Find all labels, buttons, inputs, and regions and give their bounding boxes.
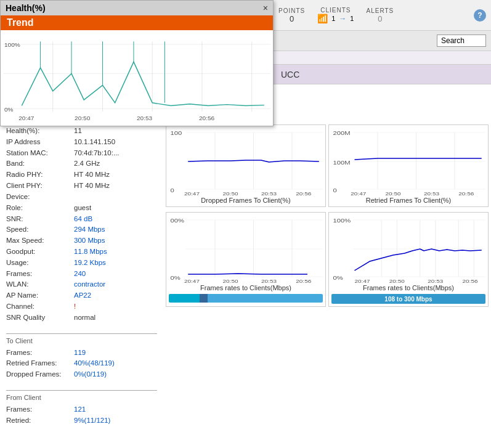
from-client-retried-val: 9%(11/121): [74, 415, 110, 426]
band-key: Band:: [6, 158, 74, 169]
snr-key: SNR:: [6, 214, 74, 225]
wifi-icon: 📶: [317, 14, 328, 23]
client-phy-key: Client PHY:: [6, 181, 74, 192]
svg-text:20:50: 20:50: [75, 115, 91, 122]
svg-text:20:53: 20:53: [261, 279, 277, 283]
max-speed-key: Max Speed:: [6, 235, 74, 246]
svg-text:20:56: 20:56: [296, 279, 311, 283]
clients-eth-value: 1: [350, 15, 354, 22]
svg-text:0: 0: [333, 187, 338, 193]
dropped-frames-chart-inner: 100 0 20:47 20:50 20:53 20:56: [169, 128, 323, 195]
to-client-retried-key: Retried Frames:: [6, 358, 74, 369]
health-val: 11: [74, 126, 82, 137]
alerts-group: ALERTS 0: [366, 7, 394, 23]
device-key: Device:: [6, 192, 74, 203]
band-val: 2.4 GHz: [74, 158, 100, 169]
to-client-dropped-val: 0%(0/119): [74, 369, 107, 380]
health-key: Health(%):: [6, 126, 74, 137]
frames-rate-chart-2: 100% 0% 20:47 20:50 20:53: [328, 212, 489, 307]
svg-text:20:50: 20:50: [223, 191, 238, 195]
to-client-dropped-key: Dropped Frames:: [6, 369, 74, 380]
radio-phy-key: Radio PHY:: [6, 169, 74, 181]
svg-text:20:50: 20:50: [389, 279, 405, 283]
usage-key: Usage:: [6, 258, 74, 269]
ip-key: IP Address: [6, 137, 74, 148]
trend-chart-svg: 100% 0% 20:47 20:50 20:53 20:56: [3, 33, 270, 123]
svg-text:0%: 0%: [333, 275, 343, 281]
ip-val: 10.1.141.150: [74, 137, 115, 148]
svg-text:20:56: 20:56: [199, 115, 215, 122]
clients-label: CLIENTS: [320, 7, 351, 14]
frames-rate-chart-2-inner: 100% 0% 20:47 20:50 20:53: [331, 215, 485, 283]
ip-row: IP Address 10.1.141.150: [6, 137, 157, 148]
role-row: Role: guest: [6, 203, 157, 214]
dropped-frames-svg: 100 0 20:47 20:50 20:53 20:56: [169, 128, 323, 195]
from-client-retried-row: Retried: 9%(11/121): [6, 415, 157, 426]
svg-text:20:53: 20:53: [261, 191, 277, 195]
band-row: Band: 2.4 GHz: [6, 158, 157, 169]
health-panel-title: Health(%): [6, 3, 46, 13]
usage-row: Usage: 19.2 Kbps: [6, 258, 157, 269]
stats-section: POINTS 0 CLIENTS 📶 1 → 1 ALERTS 0 ?: [278, 7, 486, 23]
svg-text:20:47: 20:47: [18, 115, 34, 122]
goodput-val: 11.8 Mbps: [74, 246, 107, 258]
to-client-title: To Client: [6, 336, 157, 346]
health-panel: Health(%) × Trend 100% 0%: [0, 0, 274, 126]
close-button[interactable]: ×: [263, 3, 268, 13]
frames-rate-title-1: Frames rates to Clients(Mbps): [169, 284, 323, 291]
top-bar: POINTS 0 CLIENTS 📶 1 → 1 ALERTS 0 ?: [274, 0, 491, 31]
dropped-frames-title: Dropped Frames To Client(%): [169, 197, 323, 204]
channel-key: Channel:: [6, 301, 74, 312]
svg-text:20:47: 20:47: [355, 279, 370, 283]
channel-val: !: [74, 301, 76, 312]
help-icon[interactable]: ?: [474, 9, 486, 22]
client-phy-val: HT 40 MHz: [74, 181, 110, 192]
ucc-row: UCC: [274, 65, 491, 84]
device-row: Device:: [6, 192, 157, 203]
charts-row-1: 100 0 20:47 20:50 20:53 20:56: [163, 122, 491, 210]
wlan-key: WLAN:: [6, 279, 74, 290]
from-client-frames-key: Frames:: [6, 404, 74, 415]
alerts-label: ALERTS: [366, 7, 394, 14]
ap-row: AP Name: AP22: [6, 290, 157, 301]
info-section: Health(%): 11 IP Address 10.1.141.150 St…: [0, 122, 163, 430]
speed-val: 294 Mbps: [74, 224, 105, 235]
from-client-title: From Client: [6, 393, 157, 403]
svg-text:20:56: 20:56: [296, 191, 311, 195]
to-client-frames-val: 119: [74, 348, 86, 359]
clients-group: CLIENTS 📶 1 → 1: [317, 7, 354, 23]
client-phy-row: Client PHY: HT 40 MHz: [6, 181, 157, 192]
retried-frames-title: Retried Frames To Client(%): [331, 197, 485, 204]
frames-row: Frames: 240: [6, 269, 157, 280]
from-client-retried-key: Retried:: [6, 415, 74, 426]
svg-text:20:53: 20:53: [424, 191, 439, 195]
retried-frames-chart-inner: 200M 100M 0 20:47 20:50 20:53 20:56: [331, 128, 485, 195]
svg-text:20:56: 20:56: [458, 191, 474, 195]
svg-text:0%: 0%: [171, 275, 181, 281]
retried-frames-svg: 200M 100M 0 20:47 20:50 20:53 20:56: [331, 128, 485, 195]
wlan-row: WLAN: contractor: [6, 279, 157, 290]
frames-key: Frames:: [6, 269, 74, 280]
to-client-retried-val: 40%(48/119): [74, 358, 115, 369]
svg-text:20:53: 20:53: [137, 115, 153, 122]
radio-phy-val: HT 40 MHz: [74, 169, 110, 181]
svg-text:20:50: 20:50: [386, 191, 401, 195]
max-speed-val: 300 Mbps: [74, 235, 105, 246]
mac-val: 70:4d:7b:10:...: [74, 148, 120, 159]
health-panel-header: Health(%) ×: [1, 1, 273, 15]
svg-text:20:47: 20:47: [184, 279, 200, 283]
frames-rate-chart-1: 00% 0% 20:47 20:50 20:53 20:56 Frames ra: [166, 212, 326, 307]
from-client-frames-row: Frames: 121: [6, 404, 157, 415]
clients-wifi-value: 1: [331, 15, 335, 22]
snr-quality-val: normal: [74, 312, 95, 324]
divider-2: [6, 390, 157, 391]
radio-phy-row: Radio PHY: HT 40 MHz: [6, 169, 157, 181]
right-top-area: POINTS 0 CLIENTS 📶 1 → 1 ALERTS 0 ?: [274, 0, 491, 84]
search-row: [274, 31, 491, 51]
frames-rate-svg-2: 100% 0% 20:47 20:50 20:53: [331, 215, 485, 283]
search-input[interactable]: [437, 35, 486, 47]
goodput-row: Goodput: 11.8 Mbps: [6, 246, 157, 258]
svg-text:0%: 0%: [4, 106, 14, 113]
goodput-key: Goodput:: [6, 246, 74, 258]
frames-val: 240: [74, 269, 86, 280]
